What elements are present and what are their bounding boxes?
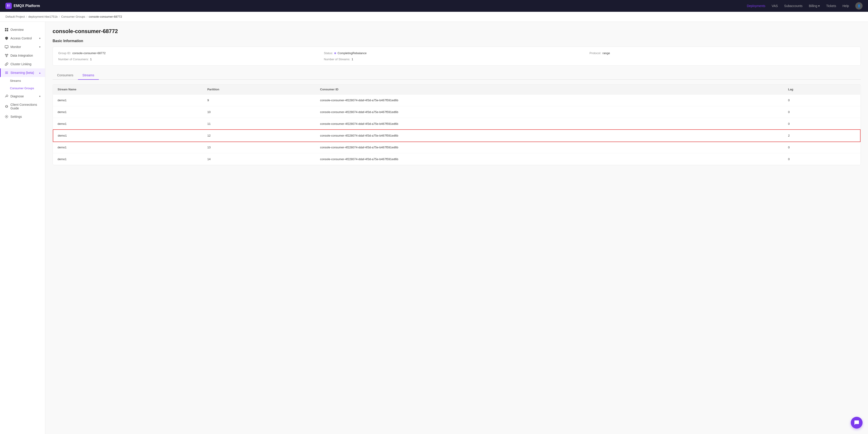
sidebar-item-consumer-groups[interactable]: Consumer Groups xyxy=(0,85,45,92)
table-row: demo19console-consumer-4f228074-ddaf-4f3… xyxy=(53,95,860,106)
status-value: CompletingRebalance xyxy=(337,52,367,55)
col-stream-name: Stream Name xyxy=(53,85,203,95)
brand-logo[interactable]: EMQX Platform xyxy=(5,3,40,9)
shield-icon xyxy=(4,36,9,40)
nav-deployments[interactable]: Deployments xyxy=(747,4,765,8)
nav-tickets[interactable]: Tickets xyxy=(826,4,836,8)
svg-rect-4 xyxy=(5,28,6,29)
cell-lag: 2 xyxy=(783,130,860,141)
tool-icon xyxy=(4,94,9,98)
breadcrumb-item-consumer-groups[interactable]: Consumer Groups xyxy=(61,15,85,18)
col-lag: Lag xyxy=(783,85,860,95)
sidebar-item-overview[interactable]: Overview xyxy=(0,25,45,34)
sidebar-item-client-connections[interactable]: Client Connections Guide xyxy=(0,101,45,112)
sidebar-label-client-connections: Client Connections Guide xyxy=(10,103,40,110)
breadcrumb-item-project[interactable]: Default Project xyxy=(5,15,25,18)
cell-partition: 13 xyxy=(203,141,316,153)
sidebar-item-access-control[interactable]: Access Control ▾ xyxy=(0,34,45,42)
chevron-down-icon: ▾ xyxy=(818,4,820,8)
cell-stream-name: demo1 xyxy=(53,106,203,118)
group-id-value: console-consumer-68772 xyxy=(72,52,105,55)
table-row: demo113console-consumer-4f228074-ddaf-4f… xyxy=(53,141,860,153)
settings-icon xyxy=(4,114,9,119)
col-partition: Partition xyxy=(203,85,316,95)
cell-consumer-id: console-consumer-4f228074-ddaf-4f3d-a75e… xyxy=(315,130,783,141)
sidebar-label-monitor: Monitor xyxy=(10,45,21,49)
table-row: demo110console-consumer-4f228074-ddaf-4f… xyxy=(53,106,860,118)
nav-links: Deployments VAS Subaccounts Billing ▾ Ti… xyxy=(747,2,863,9)
page-title: console-consumer-68772 xyxy=(53,28,861,34)
breadcrumb-separator-2: / xyxy=(59,15,60,18)
cell-partition: 12 xyxy=(203,130,316,141)
chevron-up-icon: ▴ xyxy=(39,71,40,74)
consumers-count-label: Number of Consumers: xyxy=(58,58,89,61)
table-body: demo19console-consumer-4f228074-ddaf-4f3… xyxy=(53,95,860,165)
sidebar-item-streaming[interactable]: Streaming (beta) ▴ xyxy=(0,68,45,77)
main-content: console-consumer-68772 Basic Information… xyxy=(45,22,868,434)
sidebar-label-streaming: Streaming (beta) xyxy=(10,71,34,74)
top-navigation: EMQX Platform Deployments VAS Subaccount… xyxy=(0,0,868,12)
cell-lag: 0 xyxy=(783,106,860,118)
nav-billing[interactable]: Billing ▾ xyxy=(809,4,820,8)
tab-consumers[interactable]: Consumers xyxy=(53,71,78,80)
user-avatar[interactable]: 👤 xyxy=(855,2,863,9)
chevron-down-icon: ▾ xyxy=(39,95,40,98)
col-consumer-id: Consumer ID xyxy=(315,85,783,95)
sidebar-label-overview: Overview xyxy=(10,28,24,32)
sidebar-label-data-integration: Data Integration xyxy=(10,54,33,57)
sidebar-label-access-control: Access Control xyxy=(10,36,32,40)
nav-subaccounts[interactable]: Subaccounts xyxy=(784,4,803,8)
nav-vas[interactable]: VAS xyxy=(772,4,778,8)
svg-rect-8 xyxy=(5,45,8,48)
tabs: Consumers Streams xyxy=(53,71,861,80)
sidebar-item-diagnose[interactable]: Diagnose ▾ xyxy=(0,92,45,101)
monitor-icon xyxy=(4,45,9,49)
svg-rect-0 xyxy=(7,4,8,6)
tab-streams[interactable]: Streams xyxy=(78,71,99,80)
cell-lag: 0 xyxy=(783,95,860,106)
sidebar-label-diagnose: Diagnose xyxy=(10,95,24,98)
cell-consumer-id: console-consumer-4f228074-ddaf-4f3d-a75e… xyxy=(315,95,783,106)
breadcrumb: Default Project / deployment-hbe1751b / … xyxy=(0,12,868,22)
sidebar-item-settings[interactable]: Settings xyxy=(0,112,45,121)
cell-consumer-id: console-consumer-4f228074-ddaf-4f3d-a75e… xyxy=(315,106,783,118)
floating-action-button[interactable] xyxy=(851,417,863,429)
breadcrumb-item-deployment[interactable]: deployment-hbe1751b xyxy=(28,15,58,18)
consumers-count-field: Number of Consumers: 1 xyxy=(58,58,324,61)
connections-icon xyxy=(4,104,9,108)
svg-rect-1 xyxy=(9,4,10,6)
cell-consumer-id: console-consumer-4f228074-ddaf-4f3d-a75e… xyxy=(315,118,783,130)
sidebar-item-streams[interactable]: Streams xyxy=(0,77,45,85)
breadcrumb-item-current: console-consumer-68772 xyxy=(89,15,122,18)
protocol-value: range xyxy=(602,52,610,55)
cell-lag: 0 xyxy=(783,141,860,153)
cell-lag: 0 xyxy=(783,153,860,165)
sidebar-label-settings: Settings xyxy=(10,115,22,119)
svg-rect-7 xyxy=(7,30,8,31)
sidebar-label-streams: Streams xyxy=(10,79,21,82)
svg-rect-6 xyxy=(5,30,6,31)
sidebar: Overview Access Control ▾ Monitor ▾ xyxy=(0,22,45,434)
svg-point-21 xyxy=(6,116,7,117)
svg-line-15 xyxy=(6,55,7,56)
protocol-field: Protocol: range xyxy=(589,52,855,55)
list-icon xyxy=(4,71,9,75)
link-icon xyxy=(4,62,9,66)
chevron-down-icon: ▾ xyxy=(39,45,40,48)
svg-rect-2 xyxy=(7,6,8,7)
cell-stream-name: demo1 xyxy=(53,141,203,153)
svg-line-16 xyxy=(7,55,7,56)
nav-help[interactable]: Help xyxy=(842,4,849,8)
streams-count-value: 1 xyxy=(351,58,353,61)
cell-partition: 11 xyxy=(203,118,316,130)
group-id-field: Group ID: console-consumer-68772 xyxy=(58,52,324,55)
cell-consumer-id: console-consumer-4f228074-ddaf-4f3d-a75e… xyxy=(315,141,783,153)
sidebar-item-monitor[interactable]: Monitor ▾ xyxy=(0,42,45,51)
cell-stream-name: demo1 xyxy=(53,118,203,130)
status-field: Status: CompletingRebalance xyxy=(324,52,589,55)
table-header-row: Stream Name Partition Consumer ID Lag xyxy=(53,85,860,95)
info-grid: Group ID: console-consumer-68772 Status:… xyxy=(58,52,855,61)
sidebar-item-cluster-linking[interactable]: Cluster Linking xyxy=(0,60,45,68)
sidebar-item-data-integration[interactable]: Data Integration xyxy=(0,51,45,60)
cell-stream-name: demo1 xyxy=(53,153,203,165)
